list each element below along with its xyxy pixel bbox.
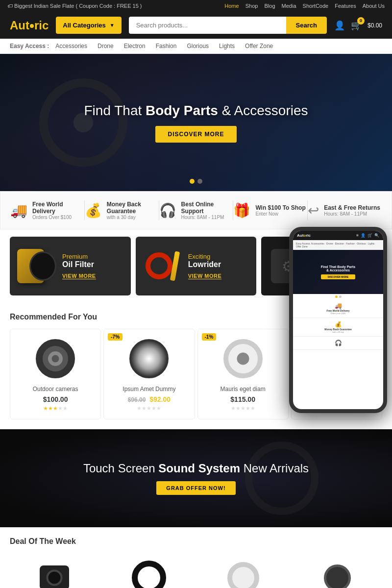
search-button[interactable]: Search bbox=[286, 17, 327, 34]
product-card-3[interactable]: -1% Mauris eget diam $115.00 ★★★★★ bbox=[197, 329, 289, 419]
product-stars-3: ★★★★★ bbox=[203, 405, 283, 412]
logo[interactable]: Autric bbox=[10, 19, 49, 32]
deal-card-steering[interactable] bbox=[104, 558, 194, 588]
hero-dot-1[interactable] bbox=[190, 179, 195, 184]
cart-icon[interactable]: 🛒 0 bbox=[351, 20, 362, 31]
top-nav-media[interactable]: Media bbox=[282, 3, 296, 9]
brake-big-icon bbox=[227, 562, 259, 588]
feature-money-sub: with a 30 day bbox=[107, 215, 159, 220]
phone-hero-text: Find That Body Parts& Accessories DISCOV… bbox=[321, 265, 355, 279]
phone-logo: Autoric bbox=[297, 233, 311, 238]
deal-card-camera[interactable]: Digital Cameras and lenses $86.00 $82.00… bbox=[10, 558, 99, 588]
money-back-icon: 💰 bbox=[85, 202, 102, 219]
top-nav-about[interactable]: About Us bbox=[363, 3, 385, 9]
cat-card-oil-filter[interactable]: Premium Oil Filter VIEW MORE bbox=[10, 237, 131, 295]
feature-returns-title: East & Free Returns bbox=[324, 204, 380, 211]
phone-support-icon: 🎧 bbox=[296, 340, 380, 346]
easy-access-fashion[interactable]: Fashion bbox=[152, 43, 181, 49]
deal-card-brake[interactable]: Quisque sed diam $16.00 $72.00 Camera, L… bbox=[198, 558, 288, 588]
sound-banner: Touch Screen Sound System New Arrivals G… bbox=[0, 429, 392, 527]
category-dropdown[interactable]: All Categories ▼ bbox=[56, 17, 121, 34]
easy-access-drone[interactable]: Drone bbox=[94, 43, 118, 49]
top-nav-shortcode[interactable]: ShortCode bbox=[303, 3, 329, 9]
deal-camera-image bbox=[10, 558, 99, 588]
recommended-title: Recommended For You bbox=[10, 313, 97, 321]
product-card-2[interactable]: -7% Ipsum Amet Dummy $96.00 $92.00 ★★★★★ bbox=[103, 329, 195, 419]
product-stars-1: ★★★★★ bbox=[15, 405, 96, 412]
sound-banner-title: Touch Screen Sound System New Arrivals bbox=[83, 462, 309, 475]
product-card-1[interactable]: Outdoor cameras $100.00 ★★★★★ bbox=[10, 329, 101, 419]
sale-badge-3: -1% bbox=[202, 333, 217, 341]
returns-icon: ↩ bbox=[308, 202, 319, 219]
account-icon[interactable]: 👤 bbox=[334, 20, 345, 31]
phone-search-icon: 🔍 bbox=[374, 233, 379, 238]
hero-title: Find That Body Parts & Accessories bbox=[84, 103, 308, 119]
hero-title-bold: Body Parts bbox=[146, 103, 218, 118]
product-price-2: $96.00 $92.00 bbox=[109, 395, 189, 403]
easy-access-electron[interactable]: Electron bbox=[120, 43, 149, 49]
top-nav: Home Shop Blog Media ShortCode Features … bbox=[220, 3, 385, 9]
easy-access-offerzone[interactable]: Offer Zone bbox=[241, 43, 277, 49]
oil-filter-pre-title: Premium bbox=[62, 253, 96, 260]
search-bar: Search bbox=[129, 17, 327, 34]
hero-content: Find That Body Parts & Accessories DISCO… bbox=[84, 103, 308, 143]
category-cards: Premium Oil Filter VIEW MORE Exciting Lo… bbox=[0, 229, 392, 303]
product-price-1: $100.00 bbox=[15, 395, 96, 403]
product-name-2: Ipsum Amet Dummy bbox=[109, 386, 189, 392]
phone-money-icon: 💰 bbox=[296, 321, 380, 328]
deal-card-speaker[interactable]: Mauris eget diam $115.00 Mobile, Speaker… bbox=[293, 558, 383, 588]
easy-access-glorious[interactable]: Glorious bbox=[183, 43, 213, 49]
cart-price: $0.00 bbox=[368, 22, 382, 29]
brake-disc-icon bbox=[223, 339, 263, 378]
phone-header: Autoric ≡ 👤 🛒 🔍 bbox=[293, 231, 383, 240]
discover-more-button[interactable]: DISCOVER MORE bbox=[155, 126, 236, 143]
deal-steering-image bbox=[104, 558, 194, 588]
header-icons: 👤 🛒 0 $0.00 bbox=[334, 20, 382, 31]
old-price-2: $96.00 bbox=[128, 396, 146, 403]
logo-text-1: Aut bbox=[10, 19, 29, 32]
deal-title: Deal Of The Week bbox=[10, 537, 382, 546]
hero-dot-2[interactable] bbox=[197, 179, 202, 184]
lowrider-title: Lowrider bbox=[188, 260, 222, 269]
easy-access-lights[interactable]: Lights bbox=[215, 43, 239, 49]
search-input[interactable] bbox=[129, 17, 286, 34]
phone-screen: Autoric ≡ 👤 🛒 🔍 Easy Access: Accessories… bbox=[293, 231, 383, 409]
phone-delivery-icon: 🚚 bbox=[296, 302, 380, 309]
feature-delivery: 🚚 Free World Delivery Orders Over $100 bbox=[10, 201, 84, 220]
product-price-3: $115.00 bbox=[203, 395, 283, 403]
product-name-1: Outdoor cameras bbox=[15, 386, 96, 392]
top-nav-features[interactable]: Features bbox=[335, 3, 356, 9]
easy-access-accessories[interactable]: Accessories bbox=[51, 43, 91, 49]
sound-title-post: New Arrivals bbox=[244, 462, 309, 475]
sound-content: Touch Screen Sound System New Arrivals G… bbox=[83, 462, 309, 495]
phone-easy-access: Easy Access: Accessories · Drone · Elect… bbox=[293, 240, 383, 250]
logo-dot bbox=[30, 24, 34, 28]
phone-dots bbox=[293, 294, 383, 299]
top-nav-home[interactable]: Home bbox=[224, 3, 239, 9]
support-icon: 🎧 bbox=[159, 202, 176, 219]
top-nav-blog[interactable]: Blog bbox=[264, 3, 275, 9]
top-nav-shop[interactable]: Shop bbox=[245, 3, 258, 9]
feature-win-sub: Enter Now bbox=[255, 211, 305, 217]
phone-dot-2 bbox=[339, 295, 342, 298]
product-stars-2: ★★★★★ bbox=[109, 405, 189, 412]
phone-feature-money-back: 💰 Money Back Guarantee with a 30 day bbox=[293, 318, 383, 337]
product-image-1 bbox=[15, 337, 96, 381]
cat-card-lowrider[interactable]: Exciting Lowrider VIEW MORE bbox=[136, 237, 257, 295]
new-price-2: $92.00 bbox=[149, 395, 171, 403]
speaker-icon bbox=[324, 564, 351, 588]
feature-returns-sub: Hours: 8AM - 11PM bbox=[324, 211, 380, 217]
oil-filter-view-more[interactable]: VIEW MORE bbox=[62, 273, 96, 279]
cat-card-engine[interactable]: ⚙ Engine VIEW MORE Autoric ≡ 👤 🛒 🔍 bbox=[261, 237, 382, 295]
lowrider-pre-title: Exciting bbox=[188, 253, 222, 260]
cart-badge: 0 bbox=[357, 17, 365, 24]
grab-offer-button[interactable]: GRAB OFFER NOW! bbox=[156, 481, 235, 495]
feature-support-sub: Hours: 8AM - 11PM bbox=[181, 215, 233, 220]
deal-section: Deal Of The Week Digital Cameras and len… bbox=[0, 527, 392, 588]
win-icon: 🎁 bbox=[233, 202, 250, 219]
lowrider-view-more[interactable]: VIEW MORE bbox=[188, 273, 222, 279]
product-image-3 bbox=[203, 337, 283, 381]
phone-delivery-sub: Orders over $100 bbox=[296, 312, 380, 315]
feature-delivery-sub: Orders Over $100 bbox=[32, 215, 84, 220]
feature-win-title: Win $100 To Shop bbox=[255, 204, 305, 211]
